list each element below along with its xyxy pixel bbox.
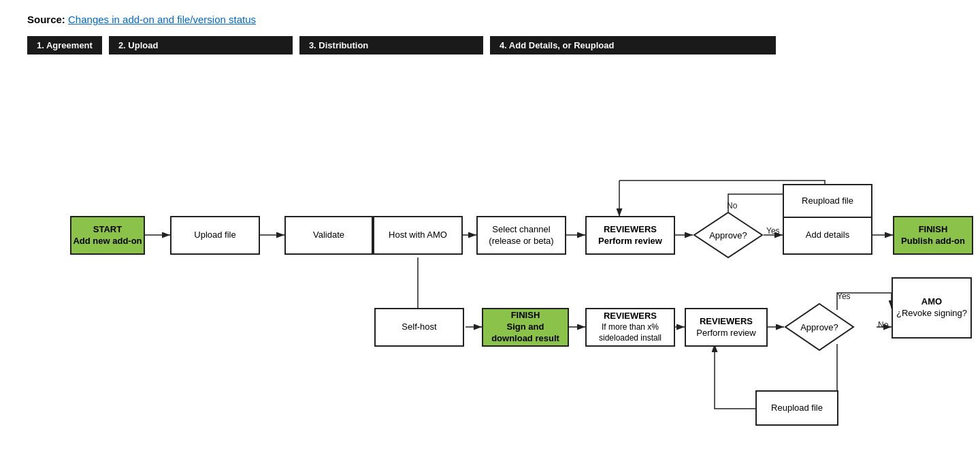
finish-sign-box: FINISH Sign and download result [482,308,569,347]
approve-top-label: Approve? [693,211,764,259]
page-container: Source: Changes in add-on and file/versi… [0,0,980,470]
step-3-label: 3. Distribution [299,36,483,54]
validate-label: Validate [313,230,344,241]
validate-box: Validate [284,216,373,255]
upload-file-label: Upload file [194,230,235,241]
add-details-box: Add details [783,216,872,255]
source-label: Source: [27,14,65,25]
reviewers-mid-line2: If more than x% [599,322,662,333]
reupload-bot-label: Reupload file [771,403,823,414]
finish-sign-line3: download result [491,333,559,345]
select-channel-line1: Select channel [489,224,553,236]
host-with-amo-box: Host with AMO [373,216,463,255]
add-details-label: Add details [806,230,849,241]
amo-revoke-line2: ¿Revoke signing? [896,308,967,319]
yes-label-bot: Yes [837,292,851,301]
reupload-top-label: Reupload file [802,195,853,207]
steps-header: 1. Agreement 2. Upload 3. Distribution 4… [27,36,953,54]
finish-publish-line2: Publish add-on [901,236,965,247]
step-1-label: 1. Agreement [27,36,102,54]
self-host-label: Self-host [402,322,436,333]
source-line: Source: Changes in add-on and file/versi… [27,14,953,25]
host-with-amo-label: Host with AMO [389,230,447,241]
upload-file-box: Upload file [170,216,260,255]
reviewers-bot-line2: Perform review [696,328,755,339]
amo-revoke-line1: AMO [896,296,967,308]
reviewers-mid-line1: REVIEWERS [599,311,662,322]
flowchart: START Add new add-on Upload file Validat… [27,75,953,456]
finish-sign-line2: Sign and [491,322,559,333]
reviewers-mid-line3: sideloaded install [599,333,662,344]
no-label-top: No [727,201,737,210]
no-label-bot: No [878,320,888,330]
reviewers-bot-box: REVIEWERS Perform review [685,308,768,347]
reupload-top-box: Reupload file [783,184,872,218]
select-channel-line2: (release or beta) [489,236,553,247]
reviewers-top-line1: REVIEWERS [598,224,662,236]
reviewers-top-line2: Perform review [598,236,662,247]
finish-publish-line1: FINISH [901,224,965,236]
finish-sign-line1: FINISH [491,310,559,322]
start-line1: START [73,224,142,236]
yes-label-top: Yes [766,226,780,236]
reviewers-mid-box: REVIEWERS If more than x% sideloaded ins… [585,308,675,347]
finish-publish-box: FINISH Publish add-on [893,216,973,255]
reviewers-bot-line1: REVIEWERS [696,316,755,328]
start-box: START Add new add-on [70,216,145,255]
step-4-label: 4. Add Details, or Reupload [490,36,776,54]
source-link[interactable]: Changes in add-on and file/version statu… [68,14,256,25]
amo-revoke-box: AMO ¿Revoke signing? [892,277,972,339]
step-2-label: 2. Upload [109,36,293,54]
self-host-box: Self-host [374,308,464,347]
approve-top-diamond: Approve? [693,211,764,259]
approve-bot-label: Approve? [784,302,855,351]
start-line2: Add new add-on [73,236,142,247]
approve-bot-diamond: Approve? [784,302,855,351]
reviewers-top-box: REVIEWERS Perform review [585,216,675,255]
select-channel-box: Select channel (release or beta) [476,216,566,255]
reupload-bot-box: Reupload file [755,390,838,426]
